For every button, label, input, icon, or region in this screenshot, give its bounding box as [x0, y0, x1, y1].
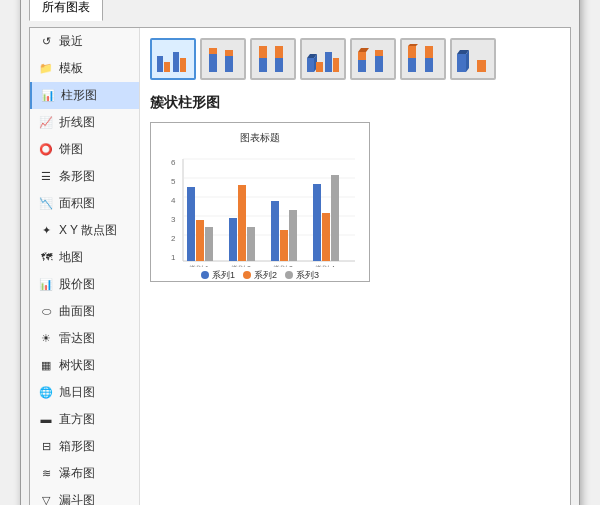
left-menu-item-14[interactable]: ▬直方图	[30, 406, 139, 433]
chart-type-btn-3d_clustered[interactable]	[300, 38, 346, 80]
left-menu-item-1[interactable]: 📁模板	[30, 55, 139, 82]
svg-rect-4	[209, 54, 217, 72]
left-menu-label-12: 树状图	[59, 357, 95, 374]
svg-rect-53	[289, 210, 297, 261]
left-menu-item-7[interactable]: ✦X Y 散点图	[30, 217, 139, 244]
left-menu-icon-14: ▬	[38, 411, 54, 427]
content-area: ↺最近📁模板📊柱形图📈折线图⭕饼图☰条形图📉面积图✦X Y 散点图🗺地图📊股价图…	[29, 27, 571, 506]
left-menu-label-1: 模板	[59, 60, 83, 77]
left-menu-item-2[interactable]: 📊柱形图	[30, 82, 139, 109]
left-menu-item-6[interactable]: 📉面积图	[30, 190, 139, 217]
left-menu-label-10: 曲面图	[59, 303, 95, 320]
left-menu-icon-15: ⊟	[38, 438, 54, 454]
tab-bar: 所有图表	[29, 0, 571, 21]
svg-text:类别 4: 类别 4	[315, 265, 335, 267]
legend-color-series1	[201, 271, 209, 279]
chart-type-btn-stacked[interactable]	[200, 38, 246, 80]
svg-text:类别 3: 类别 3	[273, 265, 293, 267]
legend-item-series1: 系列1	[201, 269, 235, 282]
chart-type-btn-3d_column[interactable]	[450, 38, 496, 80]
svg-rect-45	[187, 187, 195, 261]
left-menu-item-11[interactable]: ☀雷达图	[30, 325, 139, 352]
svg-rect-49	[238, 185, 246, 261]
svg-rect-12	[307, 58, 314, 72]
right-panel: 簇状柱形图 图表标题 6 5 4 3 2 1	[140, 28, 570, 506]
left-menu-icon-11: ☀	[38, 330, 54, 346]
dialog-body: 所有图表 ↺最近📁模板📊柱形图📈折线图⭕饼图☰条形图📉面积图✦X Y 散点图🗺地…	[21, 0, 579, 505]
left-menu-item-4[interactable]: ⭕饼图	[30, 136, 139, 163]
legend-color-series3	[285, 271, 293, 279]
svg-rect-16	[325, 52, 332, 72]
svg-text:4: 4	[171, 196, 176, 205]
left-menu-label-4: 饼图	[59, 141, 83, 158]
svg-rect-9	[259, 46, 267, 58]
left-menu-icon-5: ☰	[38, 168, 54, 184]
svg-marker-25	[408, 44, 420, 46]
svg-rect-6	[225, 56, 233, 72]
left-menu-label-17: 漏斗图	[59, 492, 95, 506]
svg-text:类别 2: 类别 2	[231, 265, 251, 267]
left-menu-item-16[interactable]: ≋瀑布图	[30, 460, 139, 487]
left-menu-item-15[interactable]: ⊟箱形图	[30, 433, 139, 460]
legend-label-series2: 系列2	[254, 269, 277, 282]
left-menu-label-8: 地图	[59, 249, 83, 266]
chart-types-row	[150, 38, 560, 80]
svg-rect-8	[259, 58, 267, 72]
left-menu-label-0: 最近	[59, 33, 83, 50]
chart-type-btn-3d_stacked100[interactable]	[400, 38, 446, 80]
left-menu-item-3[interactable]: 📈折线图	[30, 109, 139, 136]
preview-title: 图表标题	[159, 131, 361, 145]
svg-text:1: 1	[171, 253, 176, 262]
chart-preview: 图表标题 6 5 4 3 2 1	[150, 122, 370, 282]
left-menu-item-8[interactable]: 🗺地图	[30, 244, 139, 271]
left-menu-item-10[interactable]: ⬭曲面图	[30, 298, 139, 325]
svg-rect-56	[331, 175, 339, 261]
left-menu-icon-16: ≋	[38, 465, 54, 481]
legend-item-series3: 系列3	[285, 269, 319, 282]
svg-rect-3	[180, 58, 186, 72]
left-menu-label-7: X Y 散点图	[59, 222, 117, 239]
preview-chart-svg: 6 5 4 3 2 1	[159, 149, 359, 267]
svg-rect-23	[408, 58, 416, 72]
left-menu-label-5: 条形图	[59, 168, 95, 185]
legend-color-series2	[243, 271, 251, 279]
chart-type-btn-3d_stacked[interactable]	[350, 38, 396, 80]
legend-item-series2: 系列2	[243, 269, 277, 282]
chart-type-btn-stacked100[interactable]	[250, 38, 296, 80]
svg-rect-5	[209, 48, 217, 54]
svg-rect-22	[375, 50, 383, 56]
svg-rect-0	[157, 56, 163, 72]
svg-rect-54	[313, 184, 321, 261]
left-menu-item-9[interactable]: 📊股价图	[30, 271, 139, 298]
svg-text:6: 6	[171, 158, 176, 167]
svg-rect-27	[425, 46, 433, 58]
svg-rect-17	[333, 58, 339, 72]
left-menu-item-17[interactable]: ▽漏斗图	[30, 487, 139, 506]
left-menu-item-12[interactable]: ▦树状图	[30, 352, 139, 379]
tab-all-charts[interactable]: 所有图表	[29, 0, 103, 21]
svg-rect-15	[316, 62, 323, 72]
svg-rect-1	[164, 62, 170, 72]
svg-rect-19	[358, 52, 366, 60]
left-menu-icon-13: 🌐	[38, 384, 54, 400]
svg-rect-48	[229, 218, 237, 261]
left-menu-icon-2: 📊	[40, 87, 56, 103]
left-menu-icon-0: ↺	[38, 33, 54, 49]
svg-text:3: 3	[171, 215, 176, 224]
left-menu-label-15: 箱形图	[59, 438, 95, 455]
svg-rect-52	[280, 230, 288, 261]
left-menu-icon-7: ✦	[38, 222, 54, 238]
left-menu-item-0[interactable]: ↺最近	[30, 28, 139, 55]
chart-type-btn-clustered[interactable]	[150, 38, 196, 80]
svg-text:5: 5	[171, 177, 176, 186]
left-menu-item-5[interactable]: ☰条形图	[30, 163, 139, 190]
svg-rect-21	[375, 56, 383, 72]
svg-marker-20	[358, 48, 369, 52]
svg-rect-46	[196, 220, 204, 261]
left-menu-icon-8: 🗺	[38, 249, 54, 265]
left-menu-label-2: 柱形图	[61, 87, 97, 104]
left-menu-icon-6: 📉	[38, 195, 54, 211]
left-menu-icon-17: ▽	[38, 492, 54, 505]
svg-rect-10	[275, 58, 283, 72]
left-menu-item-13[interactable]: 🌐旭日图	[30, 379, 139, 406]
